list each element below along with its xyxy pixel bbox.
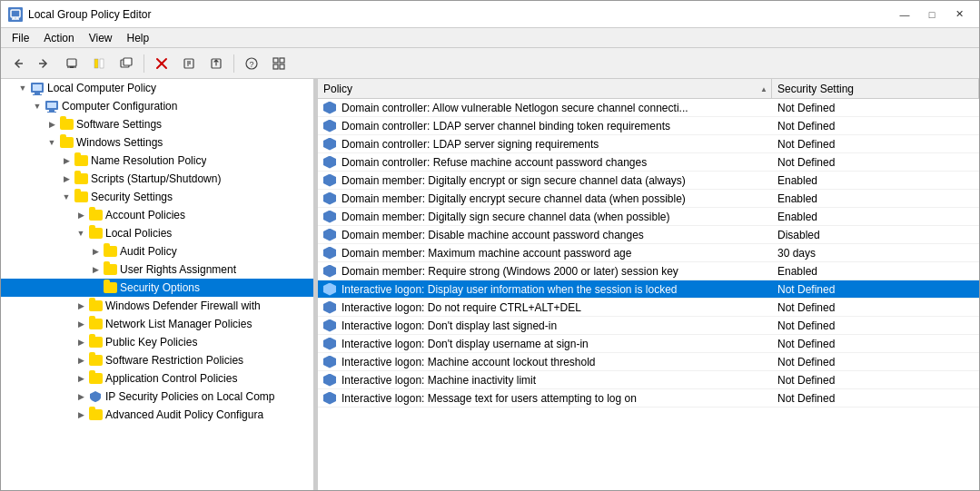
tree-item-advanced-audit[interactable]: ▶ Advanced Audit Policy Configura	[1, 406, 313, 424]
setting-cell: Not Defined	[772, 117, 979, 134]
show-hide-button[interactable]	[86, 52, 112, 75]
setting-cell: Not Defined	[772, 99, 979, 116]
policy-text: Domain member: Maximum machine account p…	[342, 247, 631, 260]
list-item[interactable]: Interactive logon: Don't display last si…	[318, 317, 979, 335]
back-button[interactable]	[5, 52, 30, 75]
list-item[interactable]: Domain controller: Allow vulnerable Netl…	[318, 99, 979, 117]
expander-software-restriction[interactable]: ▶	[74, 353, 88, 368]
new-window-button[interactable]	[114, 52, 139, 75]
expander-audit[interactable]: ▶	[88, 244, 103, 259]
policy-cell: Domain member: Maximum machine account p…	[318, 244, 772, 261]
row-policy-icon	[323, 174, 336, 187]
tree-item-windows-settings[interactable]: ▼ Windows Settings	[1, 133, 313, 152]
tree-item-windows-defender[interactable]: ▶ Windows Defender Firewall with	[1, 297, 313, 315]
local-folder-icon	[88, 226, 103, 241]
title-bar-left: Local Group Policy Editor	[8, 7, 151, 22]
app-icon	[8, 7, 23, 22]
expander-security-opts[interactable]	[88, 280, 103, 295]
menu-file[interactable]: File	[5, 30, 36, 46]
menu-help[interactable]: Help	[120, 30, 157, 46]
up-button[interactable]	[59, 52, 84, 75]
expander-name[interactable]: ▶	[59, 153, 74, 168]
tree-item-root[interactable]: ▼ Local Computer Policy	[1, 79, 313, 97]
policy-text: Interactive logon: Display user informat…	[342, 283, 678, 296]
tree-item-app-control[interactable]: ▶ Application Control Policies	[1, 369, 313, 388]
toolbar-sep1	[144, 54, 144, 73]
maximize-button[interactable]: □	[919, 5, 945, 24]
header-setting[interactable]: Security Setting	[772, 79, 979, 98]
expander-defender[interactable]: ▶	[74, 299, 88, 313]
row-policy-icon	[323, 283, 336, 296]
list-item[interactable]: Interactive logon: Message text for user…	[318, 389, 979, 408]
expander-advanced-audit[interactable]: ▶	[74, 408, 88, 422]
expander-network[interactable]: ▶	[74, 317, 88, 331]
expander-user-rights[interactable]: ▶	[88, 262, 103, 277]
tree-public-key-label: Public Key Policies	[105, 336, 197, 349]
properties-button[interactable]	[176, 52, 202, 75]
expander-security[interactable]: ▼	[59, 190, 74, 204]
expander-account[interactable]: ▶	[74, 208, 88, 222]
list-item[interactable]: Domain controller: LDAP server signing r…	[318, 135, 979, 153]
list-item[interactable]: Interactive logon: Machine account locko…	[318, 353, 979, 371]
tree-item-audit-policy[interactable]: ▶ Audit Policy	[1, 242, 313, 260]
header-policy[interactable]: Policy ▲	[318, 79, 772, 98]
setting-cell: Disabled	[772, 226, 979, 243]
list-body: Domain controller: Allow vulnerable Netl…	[318, 99, 979, 490]
list-item[interactable]: Domain member: Digitally sign secure cha…	[318, 208, 979, 226]
view-button[interactable]	[266, 52, 292, 75]
setting-cell: Not Defined	[772, 335, 979, 352]
minimize-button[interactable]: —	[892, 5, 917, 24]
list-item-selected[interactable]: Interactive logon: Display user informat…	[318, 280, 979, 299]
tree-item-security-options[interactable]: Security Options	[1, 279, 313, 297]
menu-action[interactable]: Action	[36, 30, 81, 46]
list-item[interactable]: Domain member: Maximum machine account p…	[318, 244, 979, 262]
tree-item-name-resolution[interactable]: ▶ Name Resolution Policy	[1, 152, 313, 170]
tree-item-account-policies[interactable]: ▶ Account Policies	[1, 206, 313, 224]
tree-item-network-list[interactable]: ▶ Network List Manager Policies	[1, 315, 313, 333]
forward-button[interactable]	[32, 52, 57, 75]
help-button[interactable]: ?	[239, 52, 264, 75]
menu-view[interactable]: View	[82, 30, 120, 46]
list-item[interactable]: Domain member: Digitally encrypt or sign…	[318, 172, 979, 190]
expander-computer[interactable]: ▼	[30, 99, 45, 113]
list-item[interactable]: Domain controller: Refuse machine accoun…	[318, 153, 979, 172]
policy-cell: Interactive logon: Don't display last si…	[318, 317, 772, 334]
list-item[interactable]: Interactive logon: Machine inactivity li…	[318, 371, 979, 389]
delete-button[interactable]	[149, 52, 174, 75]
close-button[interactable]: ✕	[946, 5, 972, 24]
expander-public-key[interactable]: ▶	[74, 335, 88, 349]
list-item[interactable]: Domain controller: LDAP server channel b…	[318, 117, 979, 135]
list-item[interactable]: Domain member: Digitally encrypt secure …	[318, 190, 979, 208]
policy-text: Domain controller: LDAP server signing r…	[342, 138, 599, 151]
tree-item-computer-config[interactable]: ▼ Computer Configuration	[1, 97, 313, 115]
setting-cell: Not Defined	[772, 371, 979, 388]
list-item[interactable]: Interactive logon: Don't display usernam…	[318, 335, 979, 353]
tree-item-local-policies[interactable]: ▼ Local Policies	[1, 224, 313, 242]
tree-item-software-restriction[interactable]: ▶ Software Restriction Policies	[1, 351, 313, 369]
export-button[interactable]	[203, 52, 229, 75]
setting-cell: Enabled	[772, 262, 979, 280]
setting-cell: Enabled	[772, 208, 979, 225]
list-item[interactable]: Interactive logon: Do not require CTRL+A…	[318, 299, 979, 317]
expander-windows[interactable]: ▼	[45, 135, 59, 150]
expander-software[interactable]: ▶	[45, 117, 59, 132]
tree-item-security-settings[interactable]: ▼ Security Settings	[1, 188, 313, 206]
expander-scripts[interactable]: ▶	[59, 172, 74, 186]
tree-item-user-rights[interactable]: ▶ User Rights Assignment	[1, 260, 313, 279]
help-icon: ?	[245, 57, 258, 70]
policy-text: Domain member: Require strong (Windows 2…	[342, 265, 678, 278]
user-rights-folder-icon	[103, 262, 117, 277]
setting-cell: 30 days	[772, 244, 979, 261]
tree-item-ip-security[interactable]: ▶ IP Security Policies on Local Comp	[1, 388, 313, 406]
list-item[interactable]: Domain member: Disable machine account p…	[318, 226, 979, 244]
tree-item-public-key[interactable]: ▶ Public Key Policies	[1, 333, 313, 351]
tree-advanced-audit-label: Advanced Audit Policy Configura	[105, 408, 263, 421]
expander-app-control[interactable]: ▶	[74, 371, 88, 386]
expander-local[interactable]: ▼	[74, 226, 88, 241]
setting-cell: Not Defined	[772, 280, 979, 298]
tree-item-scripts[interactable]: ▶ Scripts (Startup/Shutdown)	[1, 170, 313, 188]
list-item[interactable]: Domain member: Require strong (Windows 2…	[318, 262, 979, 280]
expander-ip-security[interactable]: ▶	[74, 389, 88, 404]
expander-root[interactable]: ▼	[15, 81, 30, 95]
tree-item-software-settings[interactable]: ▶ Software Settings	[1, 115, 313, 133]
